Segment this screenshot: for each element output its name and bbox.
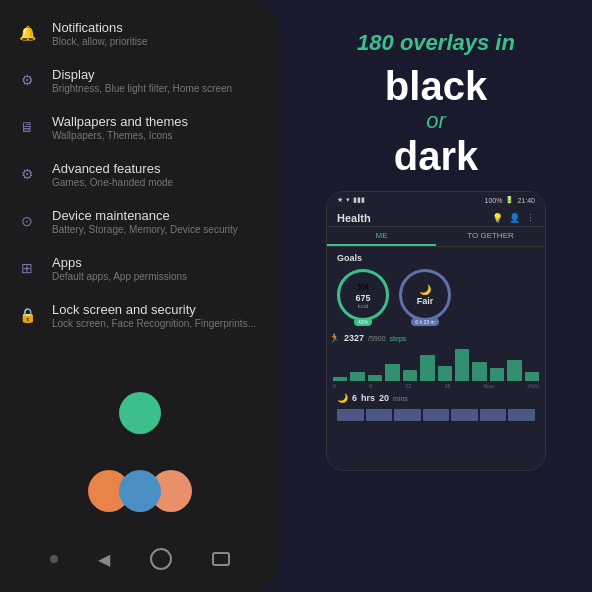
settings-subtitle-apps: Default apps, App permissions <box>52 271 187 282</box>
chart-bar-8 <box>472 362 486 381</box>
mini-phone-mockup: ★▾▮▮▮ 100% 🔋 21:40 Health 💡 👤 ⋮ ME TO GE… <box>326 191 546 471</box>
chart-bar-1 <box>350 372 364 381</box>
steps-row: 🏃 2327 /5900 steps <box>327 333 545 343</box>
tab-together[interactable]: TO GETHER <box>436 227 545 246</box>
settings-icon-wallpapers: 🖥 <box>16 116 38 138</box>
tab-me[interactable]: ME <box>327 227 436 246</box>
chart-label-18: 18 <box>445 383 451 389</box>
chart-bar-6 <box>438 366 452 381</box>
right-panel: 180 overlays in black or dark ★▾▮▮▮ 100%… <box>280 0 592 592</box>
chart-bar-9 <box>490 368 504 381</box>
sleep-hours: 6 <box>352 393 357 403</box>
sleep-badge: 6 h 20 m <box>411 318 438 326</box>
settings-icon-notifications: 🔔 <box>16 22 38 44</box>
sleep-hrs-label: hrs <box>361 393 375 403</box>
settings-item-maintenance[interactable]: ⊙ Device maintenance Battery, Storage, M… <box>0 198 280 245</box>
chart-label-0: 0 <box>333 383 336 389</box>
battery-text: 100% <box>485 197 503 204</box>
settings-item-notifications[interactable]: 🔔 Notifications Block, allow, prioritise <box>0 10 280 57</box>
app-title: Health <box>337 212 371 224</box>
overlay-count-label: 180 overlays in <box>296 30 576 56</box>
chart-bar-5 <box>420 355 434 381</box>
nav-dot <box>50 555 58 563</box>
profile-icon[interactable]: 👤 <box>509 213 520 223</box>
chart-labels: 0 6 12 18 Now 24(h) <box>333 383 539 389</box>
chart-bar-4 <box>403 370 417 381</box>
sleep-bar-1 <box>366 409 393 421</box>
settings-title-notifications: Notifications <box>52 20 148 35</box>
nav-home-button[interactable] <box>150 548 172 570</box>
sleep-mins-value: 20 <box>379 393 389 403</box>
calories-unit: kcal <box>358 303 369 309</box>
settings-title-wallpapers: Wallpapers and themes <box>52 114 188 129</box>
settings-text-notifications: Notifications Block, allow, prioritise <box>52 20 148 47</box>
chart-label-24: 24(h) <box>527 383 539 389</box>
left-panel: 🔔 Notifications Block, allow, prioritise… <box>0 0 280 592</box>
settings-icon-lock: 🔒 <box>16 304 38 326</box>
nav-back-button[interactable]: ◀ <box>98 550 110 569</box>
moon-icon: 🌙 <box>419 284 431 295</box>
mini-app-header: Health 💡 👤 ⋮ <box>327 208 545 227</box>
steps-value: 2327 <box>344 333 364 343</box>
steps-icon: 🏃 <box>329 333 340 343</box>
sleep-record-icon: 🌙 <box>337 393 348 403</box>
settings-subtitle-wallpapers: Wallpapers, Themes, Icons <box>52 130 188 141</box>
sleep-bar-0 <box>337 409 364 421</box>
sleep-bar-2 <box>394 409 421 421</box>
settings-icon-apps: ⊞ <box>16 257 38 279</box>
header-icons: 💡 👤 ⋮ <box>492 213 535 223</box>
color-dots <box>80 392 200 512</box>
lightbulb-icon[interactable]: 💡 <box>492 213 503 223</box>
chart-label-now: Now <box>484 383 494 389</box>
calories-circle: 🍽 675 kcal 42% <box>337 269 389 321</box>
chart-bar-2 <box>368 375 382 381</box>
settings-text-advanced: Advanced features Games, One-handed mode <box>52 161 173 188</box>
phone-nav: ◀ <box>0 536 280 582</box>
steps-total: /5900 <box>368 335 386 342</box>
more-icon[interactable]: ⋮ <box>526 213 535 223</box>
sleep-bars <box>327 407 545 423</box>
settings-item-apps[interactable]: ⊞ Apps Default apps, App permissions <box>0 245 280 292</box>
settings-title-lock: Lock screen and security <box>52 302 256 317</box>
goal-circles: 🍽 675 kcal 42% 🌙 Fair 6 h 20 m <box>337 269 535 321</box>
settings-subtitle-advanced: Games, One-handed mode <box>52 177 173 188</box>
mini-tabs: ME TO GETHER <box>327 227 545 247</box>
settings-text-maintenance: Device maintenance Battery, Storage, Mem… <box>52 208 238 235</box>
sleep-circle: 🌙 Fair 6 h 20 m <box>399 269 451 321</box>
settings-subtitle-notifications: Block, allow, prioritise <box>52 36 148 47</box>
settings-title-maintenance: Device maintenance <box>52 208 238 223</box>
settings-text-apps: Apps Default apps, App permissions <box>52 255 187 282</box>
sleep-circle-wrap: 🌙 Fair 6 h 20 m <box>399 269 451 321</box>
nav-recents-button[interactable] <box>212 552 230 566</box>
theme2-label: dark <box>296 134 576 179</box>
sleep-mins-label: mins <box>393 395 408 402</box>
settings-item-wallpapers[interactable]: 🖥 Wallpapers and themes Wallpapers, Them… <box>0 104 280 151</box>
settings-icon-maintenance: ⊙ <box>16 210 38 232</box>
sleep-bar-4 <box>451 409 478 421</box>
status-right: 100% 🔋 21:40 <box>485 196 535 204</box>
mini-goals-section: Goals 🍽 675 kcal 42% 🌙 Fair 6 <box>327 247 545 333</box>
time-display: 21:40 <box>517 197 535 204</box>
calories-value: 675 <box>355 293 370 303</box>
chart-bar-0 <box>333 377 347 381</box>
sleep-bar-3 <box>423 409 450 421</box>
settings-icon-advanced: ⚙ <box>16 163 38 185</box>
sleep-record-row: 🌙 6 hrs 20 mins <box>327 389 545 407</box>
mini-status-bar: ★▾▮▮▮ 100% 🔋 21:40 <box>327 192 545 208</box>
settings-item-display[interactable]: ⚙ Display Brightness, Blue light filter,… <box>0 57 280 104</box>
chart-bars <box>333 349 539 381</box>
settings-text-lock: Lock screen and security Lock screen, Fa… <box>52 302 256 329</box>
chart-label-6: 6 <box>369 383 372 389</box>
settings-subtitle-display: Brightness, Blue light filter, Home scre… <box>52 83 232 94</box>
goals-label: Goals <box>337 253 535 263</box>
settings-item-lock[interactable]: 🔒 Lock screen and security Lock screen, … <box>0 292 280 339</box>
settings-title-display: Display <box>52 67 232 82</box>
chart-bar-11 <box>525 372 539 381</box>
settings-title-advanced: Advanced features <box>52 161 173 176</box>
steps-chart: 0 6 12 18 Now 24(h) <box>327 349 545 389</box>
food-icon: 🍽 <box>358 281 368 292</box>
settings-item-advanced[interactable]: ⚙ Advanced features Games, One-handed mo… <box>0 151 280 198</box>
status-icons: ★▾▮▮▮ <box>337 196 365 204</box>
sleep-bar-5 <box>480 409 507 421</box>
chart-bar-3 <box>385 364 399 381</box>
